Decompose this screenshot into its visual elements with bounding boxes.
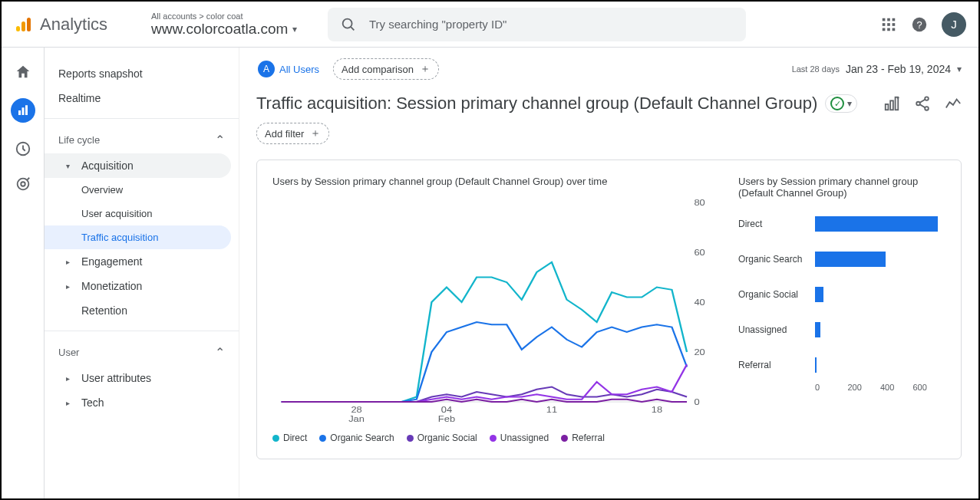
product-name: Analytics	[40, 15, 107, 35]
sidebar-reports-snapshot[interactable]: Reports snapshot	[45, 61, 239, 86]
svg-text:18: 18	[652, 405, 663, 415]
bar-label: Organic Social	[738, 289, 815, 300]
search-bar[interactable]: Try searching "property ID"	[328, 8, 746, 41]
caret-right-icon: ▸	[66, 258, 74, 266]
svg-text:80: 80	[694, 198, 705, 208]
header-actions: ? J	[880, 12, 966, 37]
svg-rect-16	[18, 110, 21, 115]
svg-rect-17	[21, 107, 24, 115]
svg-rect-13	[893, 28, 896, 31]
data-quality-chip[interactable]: ✓ ▾	[825, 94, 857, 113]
svg-rect-8	[883, 23, 886, 26]
date-range-picker[interactable]: Last 28 days Jan 23 - Feb 19, 2024 ▾	[792, 63, 962, 75]
bar-chart-axis: 0200400600	[738, 383, 945, 392]
svg-rect-1	[21, 21, 25, 31]
reports-icon[interactable]	[11, 98, 35, 123]
bar-row: Organic Search	[738, 242, 945, 277]
sidebar-item-tech[interactable]: ▸Tech	[45, 390, 239, 415]
bar-fill	[815, 216, 938, 232]
check-circle-icon: ✓	[830, 97, 844, 110]
sidebar-item-user-attributes[interactable]: ▸User attributes	[45, 366, 239, 390]
svg-text:11: 11	[546, 405, 558, 415]
svg-text:04: 04	[441, 405, 453, 415]
line-chart-legend: DirectOrganic SearchOrganic SocialUnassi…	[272, 433, 723, 443]
legend-dot-icon	[561, 435, 568, 442]
add-filter-button[interactable]: Add filter ＋	[256, 123, 329, 144]
svg-rect-24	[896, 97, 899, 110]
advertising-icon[interactable]	[14, 175, 32, 193]
bar-label: Direct	[738, 219, 815, 229]
logo-block: Analytics	[14, 15, 133, 35]
legend-item[interactable]: Unassigned	[490, 433, 549, 443]
caret-down-icon: ▾	[847, 98, 852, 109]
customize-report-icon[interactable]	[883, 95, 900, 112]
svg-text:20: 20	[694, 347, 705, 357]
plus-icon: ＋	[420, 62, 431, 76]
sidebar-item-retention[interactable]: ▸Retention	[45, 298, 239, 323]
search-placeholder: Try searching "property ID"	[369, 18, 506, 31]
legend-item[interactable]: Organic Search	[319, 433, 394, 443]
line-chart-title: Users by Session primary channel group (…	[272, 176, 723, 187]
account-avatar[interactable]: J	[942, 12, 966, 37]
axis-tick: 200	[848, 383, 881, 392]
svg-text:?: ?	[916, 18, 922, 30]
bar-track	[815, 319, 945, 340]
plus-icon: ＋	[310, 127, 321, 140]
segment-all-users[interactable]: A All Users	[256, 59, 325, 79]
sidebar-item-engagement[interactable]: ▸Engagement	[45, 249, 239, 274]
sidebar-realtime[interactable]: Realtime	[45, 86, 239, 110]
axis-tick: 400	[880, 383, 913, 392]
legend-item[interactable]: Direct	[272, 433, 307, 443]
bar-label: Organic Search	[738, 254, 815, 265]
share-icon[interactable]	[914, 95, 931, 112]
home-icon[interactable]	[14, 63, 32, 81]
bar-fill	[815, 252, 886, 267]
apps-icon[interactable]	[880, 16, 897, 33]
property-selector[interactable]: All accounts > color coat www.colorcoatl…	[142, 12, 318, 38]
svg-text:Feb: Feb	[438, 414, 456, 424]
caret-right-icon: ▸	[66, 282, 74, 291]
bar-track	[815, 354, 945, 376]
sidebar-sub-user-acquisition[interactable]: User acquisition	[45, 202, 239, 225]
bar-label: Unassigned	[738, 324, 815, 335]
sidebar-item-monetization[interactable]: ▸Monetization	[45, 274, 239, 298]
caret-down-icon: ▾	[957, 64, 962, 74]
svg-line-28	[919, 100, 925, 104]
bar-track	[815, 248, 945, 270]
svg-rect-23	[890, 100, 893, 110]
svg-text:60: 60	[694, 248, 705, 258]
explore-icon[interactable]	[14, 140, 32, 158]
svg-rect-22	[886, 104, 889, 110]
axis-tick: 600	[913, 383, 946, 392]
sidebar-section-user[interactable]: User ⌃	[45, 339, 239, 366]
svg-point-21	[21, 182, 25, 186]
svg-line-29	[919, 104, 925, 108]
analytics-logo-icon	[14, 15, 32, 34]
add-comparison-button[interactable]: Add comparison ＋	[333, 58, 439, 80]
sidebar-section-life-cycle[interactable]: Life cycle ⌃	[45, 127, 239, 153]
insights-icon[interactable]	[945, 95, 962, 112]
help-icon[interactable]: ?	[911, 16, 928, 33]
legend-item[interactable]: Referral	[561, 433, 605, 443]
svg-rect-18	[25, 105, 28, 115]
svg-rect-9	[887, 23, 890, 26]
segment-badge: A	[258, 61, 275, 77]
svg-rect-7	[893, 18, 896, 21]
bar-track	[815, 284, 945, 305]
chevron-up-icon: ⌃	[215, 345, 225, 360]
bar-row: Referral	[738, 347, 945, 383]
bar-chart-title: Users by Session primary channel group (…	[738, 176, 945, 199]
svg-text:Jan: Jan	[348, 414, 365, 424]
bar-fill	[815, 287, 823, 302]
main-content: A All Users Add comparison ＋ Last 28 day…	[239, 48, 978, 498]
breadcrumb-path: All accounts > color coat	[151, 12, 309, 21]
sidebar-sub-overview[interactable]: Overview	[45, 178, 239, 202]
legend-item[interactable]: Organic Social	[407, 433, 477, 443]
sidebar-item-acquisition[interactable]: ▾ Acquisition	[45, 153, 231, 178]
chevron-up-icon: ⌃	[215, 133, 225, 147]
caret-down-icon: ▾	[66, 162, 74, 170]
svg-rect-10	[893, 23, 896, 26]
bar-chart: DirectOrganic SearchOrganic SocialUnassi…	[738, 206, 945, 383]
svg-rect-5	[883, 18, 886, 21]
sidebar-sub-traffic-acquisition[interactable]: Traffic acquisition	[45, 225, 231, 249]
